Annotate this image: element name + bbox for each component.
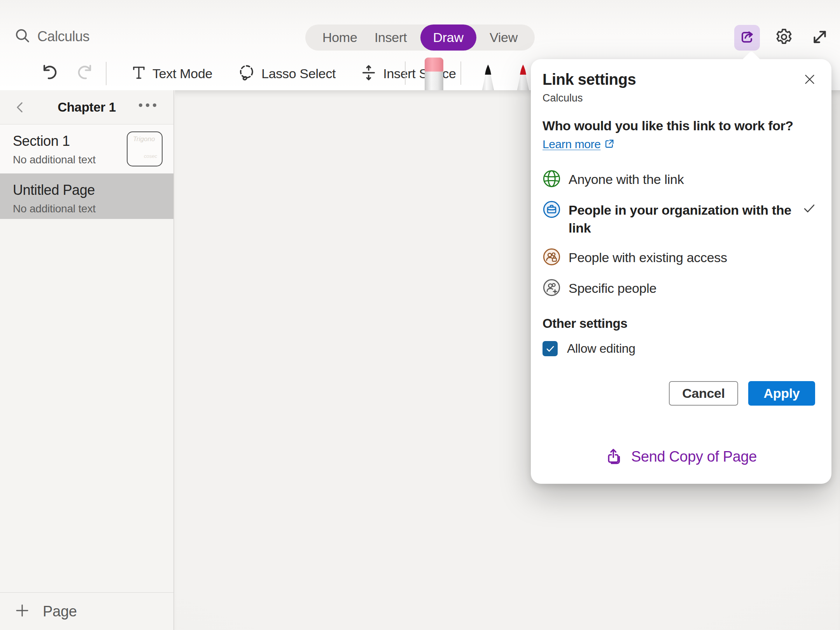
- close-button[interactable]: [802, 72, 817, 87]
- page-title: Untitled Page: [13, 182, 173, 198]
- send-copy-label: Send Copy of Page: [631, 448, 757, 465]
- option-label: People in your organization with the lin…: [569, 200, 794, 237]
- tab-insert[interactable]: Insert: [374, 30, 407, 45]
- tab-draw[interactable]: Draw: [420, 24, 476, 51]
- link-settings-popover: Link settings Calculus Who would you lik…: [531, 59, 831, 484]
- apply-button[interactable]: Apply: [748, 381, 815, 406]
- allow-editing-label: Allow editing: [567, 341, 635, 356]
- red-pen-tool[interactable]: [513, 64, 533, 90]
- section-title: Chapter 1: [58, 100, 116, 115]
- add-page-label: Page: [43, 603, 77, 620]
- question-text: Who would you like this link to work for…: [542, 117, 795, 154]
- option-anyone-with-link[interactable]: Anyone with the link: [542, 164, 820, 195]
- more-options-button[interactable]: [139, 103, 156, 107]
- ribbon-tabs: Home Insert Draw View: [305, 24, 535, 51]
- undo-button[interactable]: [40, 63, 60, 84]
- undo-icon: [40, 63, 60, 84]
- eraser-tool[interactable]: [425, 58, 443, 90]
- gear-icon: [774, 27, 794, 49]
- share-icon: [738, 28, 756, 47]
- page-thumbnail: Trigono cosec: [127, 131, 163, 166]
- plus-icon: [14, 602, 30, 620]
- dialog-subtitle: Calculus: [542, 92, 820, 104]
- close-icon: [803, 72, 817, 86]
- option-people-in-organization[interactable]: People in your organization with the lin…: [542, 195, 820, 242]
- toolbar-divider: [460, 61, 461, 85]
- dialog-buttons: Cancel Apply: [542, 381, 820, 406]
- insert-space-label: Insert Space: [383, 66, 456, 81]
- text-mode-button[interactable]: Text Mode: [131, 65, 212, 82]
- tab-home[interactable]: Home: [322, 30, 357, 45]
- share-button[interactable]: [734, 25, 760, 51]
- send-copy-button[interactable]: Send Copy of Page: [531, 441, 831, 472]
- cancel-button[interactable]: Cancel: [669, 381, 738, 406]
- page-list-item-untitled[interactable]: Untitled Page No additional text: [0, 173, 173, 219]
- redo-button[interactable]: [75, 63, 95, 84]
- add-page-button[interactable]: Page: [0, 592, 173, 630]
- lasso-select-label: Lasso Select: [261, 66, 336, 81]
- toolbar-divider: [405, 61, 406, 85]
- back-button[interactable]: [12, 99, 29, 116]
- redo-icon: [75, 63, 95, 84]
- insert-space-icon: [360, 64, 378, 83]
- chevron-left-icon: [14, 101, 27, 114]
- allow-editing-checkbox[interactable]: [542, 341, 558, 356]
- notebook-title: Calculus: [37, 28, 89, 45]
- external-link-icon: [604, 136, 615, 154]
- sidebar-header: Chapter 1: [0, 90, 173, 124]
- option-label: Anyone with the link: [569, 170, 684, 188]
- settings-button[interactable]: [772, 25, 796, 51]
- search-icon: [14, 27, 31, 46]
- other-settings-heading: Other settings: [542, 316, 820, 331]
- link-scope-options: Anyone with the link People in your orga…: [542, 164, 820, 304]
- option-people-existing-access[interactable]: People with existing access: [542, 242, 820, 273]
- allow-editing-row[interactable]: Allow editing: [542, 341, 820, 356]
- option-label: Specific people: [569, 278, 656, 297]
- option-specific-people[interactable]: Specific people: [542, 273, 820, 304]
- page-list-item-section1[interactable]: Section 1 No additional text Trigono cos…: [0, 124, 173, 173]
- globe-icon: [542, 170, 561, 189]
- notebook-search[interactable]: Calculus: [14, 27, 89, 46]
- page-subtitle: No additional text: [13, 203, 173, 215]
- top-actions: [734, 25, 831, 51]
- person-add-icon: [542, 278, 561, 298]
- briefcase-icon: [542, 200, 561, 220]
- dialog-title: Link settings: [542, 71, 820, 88]
- people-lock-icon: [542, 248, 561, 268]
- selected-check-icon: [802, 201, 817, 217]
- send-copy-icon: [606, 447, 623, 466]
- lasso-select-button[interactable]: Lasso Select: [237, 63, 336, 84]
- learn-more-link[interactable]: Learn more: [542, 138, 600, 150]
- eraser-cap: [425, 58, 443, 72]
- checkbox-check-icon: [545, 344, 555, 354]
- fullscreen-button[interactable]: [808, 25, 831, 51]
- page-list-sidebar: Chapter 1 Section 1 No additional text T…: [0, 90, 174, 630]
- black-pen-tool[interactable]: [478, 64, 498, 90]
- expand-icon: [810, 27, 830, 48]
- text-mode-icon: [131, 65, 147, 82]
- lasso-select-icon: [237, 63, 256, 84]
- text-mode-label: Text Mode: [152, 66, 212, 81]
- option-label: People with existing access: [569, 248, 727, 266]
- toolbar-divider: [106, 62, 107, 85]
- tab-view[interactable]: View: [490, 30, 518, 45]
